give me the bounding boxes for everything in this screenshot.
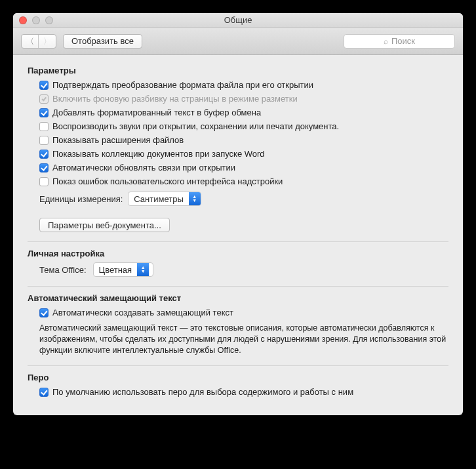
param-row-6[interactable]: Автоматически обновлять связи при открыт…	[39, 162, 448, 174]
divider	[28, 241, 448, 242]
alttext-checkbox-label: Автоматически создавать замещающий текст	[52, 307, 233, 319]
section-heading-personal: Личная настройка	[28, 249, 448, 258]
param-label-6: Автоматически обновлять связи при открыт…	[52, 162, 235, 174]
theme-label: Тема Office:	[39, 265, 87, 275]
zoom-icon	[45, 16, 53, 24]
param-label-2: Добавлять форматированный текст в буфер …	[52, 107, 261, 119]
units-row: Единицы измерения: Сантиметры ▲▼	[28, 192, 448, 206]
param-label-4: Показывать расширения файлов	[52, 134, 184, 146]
forward-button: 〉	[39, 35, 56, 48]
divider	[28, 365, 448, 366]
param-checkbox-3[interactable]	[39, 122, 49, 131]
section-heading-alttext: Автоматический замещающий текст	[28, 293, 448, 303]
param-row-7[interactable]: Показ ошибок пользовательского интерфейс…	[39, 176, 448, 188]
units-label: Единицы измерения:	[39, 194, 123, 204]
param-checkbox-1	[39, 94, 49, 104]
search-input[interactable]: ⌕ Поиск	[344, 34, 455, 49]
select-arrows-icon: ▲▼	[137, 263, 149, 276]
param-row-3[interactable]: Воспроизводить звуки при открытии, сохра…	[39, 121, 448, 133]
param-row-1: Включить фоновую разбивку на страницы в …	[39, 93, 448, 105]
param-label-7: Показ ошибок пользовательского интерфейс…	[52, 176, 283, 188]
alttext-checkbox[interactable]	[39, 308, 49, 317]
alttext-description: Автоматический замещающий текст — это те…	[28, 323, 448, 356]
param-label-3: Воспроизводить звуки при открытии, сохра…	[52, 121, 339, 133]
param-checkbox-0[interactable]	[39, 81, 49, 90]
select-arrows-icon: ▲▼	[189, 192, 201, 205]
minimize-icon	[32, 16, 40, 24]
search-placeholder: Поиск	[391, 36, 415, 46]
toolbar: 〈 〉 Отобразить все ⌕ Поиск	[13, 28, 463, 55]
param-checkbox-2[interactable]	[39, 108, 49, 117]
param-row-5[interactable]: Показывать коллекцию документов при запу…	[39, 148, 448, 160]
back-button[interactable]: 〈	[22, 35, 39, 48]
param-row-4[interactable]: Показывать расширения файлов	[39, 134, 448, 146]
chevron-right-icon: 〉	[43, 37, 51, 45]
param-checkbox-4[interactable]	[39, 136, 49, 145]
theme-row: Тема Office: Цветная ▲▼	[28, 262, 448, 277]
content-area: Параметры Подтверждать преобразование фо…	[13, 55, 463, 415]
divider	[28, 286, 448, 287]
nav-segment: 〈 〉	[21, 34, 56, 49]
pen-checkbox-row[interactable]: По умолчанию использовать перо для выбор…	[39, 386, 448, 398]
param-label-1: Включить фоновую разбивку на страницы в …	[52, 93, 298, 105]
search-icon: ⌕	[384, 37, 388, 46]
units-value: Сантиметры	[129, 194, 188, 204]
param-checkbox-5[interactable]	[39, 150, 49, 159]
pen-checkbox-label: По умолчанию использовать перо для выбор…	[52, 386, 353, 398]
titlebar: Общие	[13, 13, 463, 28]
preferences-window: Общие 〈 〉 Отобразить все ⌕ Поиск Парамет…	[13, 13, 463, 415]
theme-select[interactable]: Цветная ▲▼	[93, 262, 153, 277]
chevron-left-icon: 〈	[26, 37, 34, 45]
param-checkbox-6[interactable]	[39, 163, 49, 173]
theme-value: Цветная	[94, 265, 138, 275]
web-document-params-button[interactable]: Параметры веб-документа...	[39, 218, 170, 232]
param-row-2[interactable]: Добавлять форматированный текст в буфер …	[39, 107, 448, 119]
alttext-checkbox-row[interactable]: Автоматически создавать замещающий текст	[39, 307, 448, 319]
window-title: Общие	[13, 15, 463, 25]
params-options: Подтверждать преобразование формата файл…	[28, 79, 448, 188]
param-label-0: Подтверждать преобразование формата файл…	[52, 79, 313, 91]
param-checkbox-7[interactable]	[39, 177, 49, 186]
pen-checkbox[interactable]	[39, 388, 49, 397]
window-controls	[19, 16, 53, 24]
param-row-0[interactable]: Подтверждать преобразование формата файл…	[39, 79, 448, 91]
param-label-5: Показывать коллекцию документов при запу…	[52, 148, 265, 160]
section-heading-pen: Перо	[28, 373, 448, 382]
section-heading-params: Параметры	[28, 66, 448, 75]
show-all-button[interactable]: Отобразить все	[63, 34, 142, 49]
close-icon[interactable]	[19, 16, 27, 24]
units-select[interactable]: Сантиметры ▲▼	[128, 192, 201, 206]
